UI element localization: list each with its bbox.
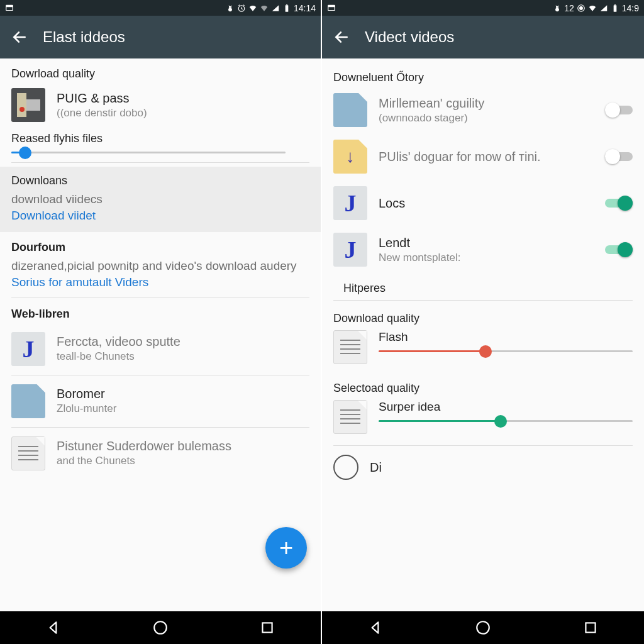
- item-sub: Zlolu-munter: [57, 402, 309, 415]
- circle-icon: [333, 455, 358, 480]
- nav-bar: [0, 611, 321, 644]
- app-sub-label: ((one denstir dobo): [57, 106, 309, 119]
- app-title-label: PUIG & pass: [57, 91, 309, 106]
- dourfoum-hd: Dourfoum: [11, 241, 309, 254]
- item-sub: teall-be Chunets: [57, 350, 309, 363]
- item-title: Pistuner Suderdower bulemass: [57, 438, 309, 454]
- j-icon: J: [333, 233, 367, 267]
- nav-back-icon[interactable]: [367, 619, 384, 636]
- toggle-switch[interactable]: [605, 242, 633, 257]
- section-downeluent: Downeluent Őtory: [322, 58, 644, 87]
- doc-icon: [333, 93, 367, 127]
- divider: [333, 300, 633, 301]
- back-icon[interactable]: [333, 29, 350, 45]
- flash-row[interactable]: Flash: [322, 328, 644, 373]
- toggle-switch[interactable]: [605, 149, 633, 164]
- wifi-icon: [588, 4, 597, 13]
- notif-icon: [5, 4, 14, 13]
- weblibren-hd: Web-libren: [0, 300, 321, 326]
- list-item[interactable]: Boromer Zlolu-munter: [0, 378, 321, 425]
- toggle-title: PUlis' doguar for mow of тini.: [379, 149, 594, 165]
- downloads-link[interactable]: Download viidet: [11, 208, 309, 224]
- alarm-icon: [237, 4, 246, 13]
- circle-icon: [577, 4, 586, 13]
- downloads-line1: download viidecs: [11, 191, 309, 208]
- clock: 14:9: [622, 3, 639, 13]
- app-bar: Elast iddeos: [0, 16, 321, 58]
- last-label: Di: [370, 460, 633, 475]
- nav-recent-icon[interactable]: [582, 619, 599, 636]
- page-title: Videct videos: [365, 28, 454, 46]
- slider-label: Reased flyhis files: [0, 127, 321, 148]
- nav-bar: [322, 611, 644, 644]
- signal-icon: [599, 4, 608, 13]
- toggle-title: Lendt: [379, 235, 594, 251]
- downloads-block[interactable]: Downloans download viidecs Download viid…: [0, 167, 321, 232]
- flash-slider[interactable]: [379, 350, 633, 352]
- content-right: Downeluent Őtory Mirllemean' cguility (o…: [322, 58, 644, 611]
- toggle-sub: New montsplatel:: [379, 251, 594, 264]
- surper-label: Surper idea: [379, 400, 633, 414]
- divider: [333, 445, 633, 446]
- screen-left: 14:14 Elast iddeos Dowrload quality PUIG…: [0, 0, 322, 644]
- toggle-title: Mirllemean' cguility: [379, 96, 594, 111]
- toggle-title: Locs: [379, 196, 594, 211]
- svg-rect-9: [328, 5, 335, 7]
- svg-rect-5: [286, 4, 287, 5]
- j-icon: J: [333, 186, 367, 220]
- surper-row[interactable]: Surper idea: [322, 397, 644, 443]
- notif-icon: [327, 4, 336, 13]
- toggle-sub: (ownnoado stager): [379, 111, 594, 125]
- status-bar: 12 14:9: [322, 0, 644, 16]
- toggle-row[interactable]: J Lendt New montsplatel:: [322, 226, 644, 273]
- nav-home-icon[interactable]: [152, 619, 169, 636]
- item-sub: and the Chunets: [57, 454, 309, 467]
- toggle-row[interactable]: Mirllemean' cguility (ownnoado stager): [322, 87, 644, 133]
- doc-yellow-icon: ↓: [333, 140, 367, 174]
- dourfoum-link[interactable]: Sorius for amutault Viders: [11, 274, 309, 291]
- back-icon[interactable]: [11, 29, 28, 45]
- fab-add[interactable]: +: [265, 527, 307, 569]
- downloads-hd: Downloans: [11, 174, 309, 187]
- doc-lines-icon: [333, 330, 367, 364]
- toggle-row[interactable]: J Locs: [322, 180, 644, 226]
- j-icon: J: [11, 332, 45, 366]
- flash-label: Flash: [379, 330, 633, 344]
- battery-icon: [282, 4, 291, 13]
- list-item[interactable]: Pistuner Suderdower bulemass and the Chu…: [0, 430, 321, 477]
- doc-lines-icon: [333, 400, 367, 434]
- svg-point-15: [477, 621, 489, 634]
- section-select-quality: Selectoad quality: [322, 373, 644, 397]
- svg-rect-16: [586, 623, 595, 632]
- bunny-icon: [553, 4, 562, 13]
- signal-icon: [271, 4, 280, 13]
- list-item[interactable]: J Ferccta, videoo sputte teall-be Chunet…: [0, 326, 321, 372]
- svg-point-12: [579, 6, 582, 9]
- doc-icon: [11, 384, 45, 418]
- doc-lines-icon: [11, 436, 45, 470]
- surper-slider[interactable]: [379, 420, 633, 422]
- toggle-row[interactable]: ↓ PUlis' doguar for mow of тini.: [322, 133, 644, 180]
- list-item[interactable]: Di: [322, 448, 644, 480]
- plus-icon: +: [279, 535, 293, 562]
- svg-point-10: [555, 8, 559, 11]
- section-hitperes: Hitperes: [322, 273, 644, 297]
- svg-point-6: [154, 621, 167, 634]
- app-row-puig[interactable]: PUIG & pass ((one denstir dobo): [0, 83, 321, 127]
- screen-right: 12 14:9 Videct videos Downeluent Őtory M…: [322, 0, 644, 644]
- status-bar: 14:14: [0, 0, 321, 16]
- toggle-switch[interactable]: [605, 103, 633, 118]
- status-extra: 12: [564, 3, 574, 13]
- bunny-icon: [226, 4, 235, 13]
- toggle-switch[interactable]: [605, 196, 633, 211]
- svg-rect-14: [614, 4, 616, 5]
- files-slider[interactable]: [0, 148, 321, 160]
- section-download-quality: Dowrload quality: [0, 58, 321, 83]
- svg-point-2: [228, 8, 232, 11]
- nav-recent-icon[interactable]: [259, 619, 275, 636]
- app-icon: [11, 88, 45, 122]
- nav-home-icon[interactable]: [475, 619, 491, 636]
- wifi-icon: [248, 4, 257, 13]
- nav-back-icon[interactable]: [45, 619, 62, 636]
- app-bar: Videct videos: [322, 16, 644, 58]
